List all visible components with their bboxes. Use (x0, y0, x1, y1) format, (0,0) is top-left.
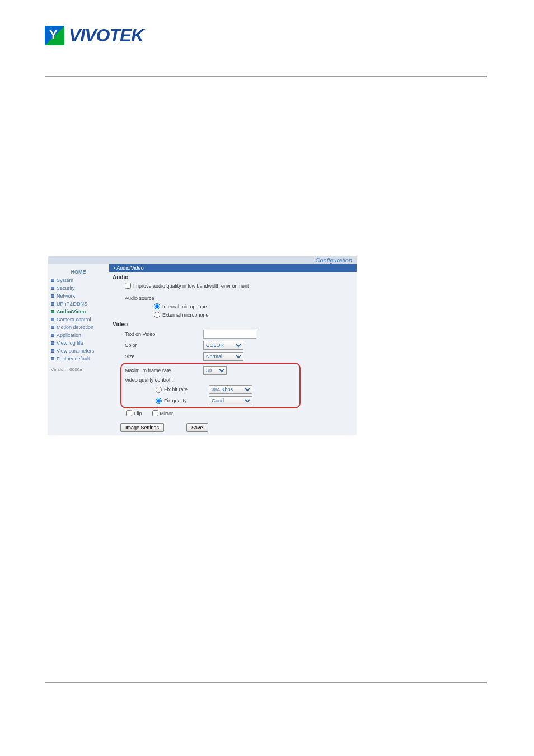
audio-heading: Audio (109, 272, 357, 281)
sidebar-item-label: Camera control (57, 317, 91, 322)
sidebar-item-label: View log file (57, 340, 83, 346)
sidebar-item-label: Motion detection (57, 325, 93, 330)
fix-quality-row: Fix quality Good (125, 395, 298, 406)
sidebar-item-label: System (57, 278, 73, 283)
size-label: Size (125, 354, 203, 359)
divider-bottom (45, 682, 487, 683)
bullet-icon (51, 341, 54, 345)
internal-mic-label: Internal microphone (162, 304, 207, 309)
sidebar-item-label: Security (57, 285, 75, 291)
spacer (109, 290, 357, 294)
internal-mic-radio[interactable] (154, 303, 160, 309)
sidebar-item-label: UPnP&DDNS (57, 301, 87, 307)
sidebar-item-motion-detection[interactable]: Motion detection (48, 323, 109, 331)
sidebar-item-label: Application (57, 332, 81, 338)
mirror-checkbox[interactable] (152, 410, 158, 416)
external-mic-row: External microphone (109, 311, 357, 319)
sidebar-item-view-parameters[interactable]: View parameters (48, 347, 109, 355)
quality-control-label: Video quality control : (125, 377, 173, 383)
config-panel: Configuration HOME System Security Netwo… (48, 256, 357, 435)
audio-source-row: Audio source (109, 294, 357, 302)
bullet-icon (51, 294, 54, 298)
bullet-icon (51, 334, 54, 337)
flip-item: Flip (126, 410, 142, 416)
internal-mic-row: Internal microphone (109, 302, 357, 311)
text-on-video-row: Text on Video (109, 328, 357, 340)
divider-top (45, 76, 487, 77)
bullet-icon (51, 287, 54, 290)
sidebar-item-label: Audio/Video (57, 309, 86, 314)
logo-icon (45, 26, 64, 45)
sidebar-item-application[interactable]: Application (48, 331, 109, 339)
size-select[interactable]: Normal (203, 352, 243, 361)
logo: VIVOTEK (45, 25, 143, 46)
color-select[interactable]: COLOR (203, 341, 243, 350)
color-row: Color COLOR (109, 340, 357, 351)
audio-source-label: Audio source (125, 295, 154, 301)
sidebar-item-label: Network (57, 293, 75, 299)
improve-audio-row: Improve audio quality in low bandwidth e… (109, 281, 357, 290)
sidebar-item-network[interactable]: Network (48, 292, 109, 300)
sidebar: HOME System Security Network UPnP&DDNS A… (48, 264, 109, 435)
mirror-item: Mirror (152, 410, 174, 416)
bullet-icon (51, 349, 54, 353)
button-row: Image Settings Save (109, 417, 357, 435)
tab-audio-video: > Audio/Video (109, 264, 357, 272)
bullet-icon (51, 279, 54, 282)
improve-audio-checkbox[interactable] (125, 283, 131, 289)
size-row: Size Normal (109, 351, 357, 362)
max-frame-label: Maximum frame rate (125, 368, 203, 373)
flip-mirror-row: Flip Mirror (109, 409, 357, 417)
fix-quality-select[interactable]: Good (209, 396, 252, 405)
highlight-box: Maximum frame rate 30 Video quality cont… (120, 363, 301, 408)
fix-quality-label: Fix quality (164, 398, 209, 403)
sidebar-item-label: Factory default (57, 356, 90, 361)
sidebar-item-label: View parameters (57, 348, 94, 354)
flip-checkbox[interactable] (126, 410, 132, 416)
bullet-icon (51, 357, 54, 360)
fix-bitrate-label: Fix bit rate (164, 387, 209, 392)
fix-quality-radio[interactable] (156, 398, 162, 404)
config-body: HOME System Security Network UPnP&DDNS A… (48, 264, 357, 435)
main-content: > Audio/Video Audio Improve audio qualit… (109, 264, 357, 435)
sidebar-item-factory-default[interactable]: Factory default (48, 355, 109, 363)
bullet-icon (51, 326, 54, 329)
fix-bitrate-select[interactable]: 384 Kbps (209, 385, 252, 394)
external-mic-radio[interactable] (154, 312, 160, 318)
flip-label: Flip (134, 411, 142, 416)
save-button[interactable]: Save (186, 423, 208, 432)
external-mic-label: External microphone (162, 312, 209, 318)
video-heading: Video (109, 319, 357, 328)
fix-bitrate-radio[interactable] (156, 387, 162, 393)
sidebar-item-system[interactable]: System (48, 276, 109, 284)
bullet-icon (51, 310, 54, 313)
sidebar-home[interactable]: HOME (48, 267, 109, 276)
config-header: Configuration (48, 256, 357, 264)
text-on-video-input[interactable] (203, 330, 256, 339)
fix-bitrate-row: Fix bit rate 384 Kbps (125, 384, 298, 395)
sidebar-item-view-log-file[interactable]: View log file (48, 339, 109, 347)
sidebar-item-security[interactable]: Security (48, 284, 109, 292)
sidebar-item-upnp-ddns[interactable]: UPnP&DDNS (48, 300, 109, 308)
sidebar-item-audio-video[interactable]: Audio/Video (48, 308, 109, 316)
quality-control-row: Video quality control : (125, 376, 298, 384)
image-settings-button[interactable]: Image Settings (120, 423, 164, 432)
bullet-icon (51, 302, 54, 306)
max-frame-row: Maximum frame rate 30 (125, 365, 298, 376)
sidebar-item-camera-control[interactable]: Camera control (48, 316, 109, 323)
color-label: Color (125, 342, 203, 348)
sidebar-version: Version : 0000a (48, 363, 109, 373)
improve-audio-label: Improve audio quality in low bandwidth e… (133, 283, 249, 289)
max-frame-select[interactable]: 30 (203, 366, 227, 375)
text-on-video-label: Text on Video (125, 331, 203, 337)
mirror-label: Mirror (160, 411, 174, 416)
bullet-icon (51, 318, 54, 321)
logo-text: VIVOTEK (69, 25, 143, 46)
